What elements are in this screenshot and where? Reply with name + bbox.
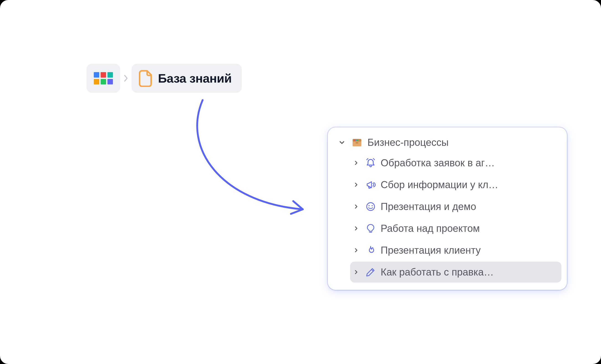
- svg-rect-4: [357, 140, 358, 141]
- tree-item-label: Как работать с правка…: [381, 266, 557, 278]
- tree-item-label: Обработка заявок в аг…: [381, 157, 557, 168]
- apps-button[interactable]: [87, 64, 120, 93]
- bell-ring-icon: [365, 157, 377, 169]
- document-outline-icon: [139, 70, 153, 87]
- tree-item-5[interactable]: Как работать с правка…: [350, 262, 561, 283]
- svg-point-8: [371, 205, 373, 206]
- tree-item-3[interactable]: Работа над проектом: [350, 218, 561, 239]
- apps-grid-icon: [94, 72, 113, 84]
- fire-icon: [365, 244, 377, 256]
- tree-item-4[interactable]: Презентация клиенту: [350, 240, 561, 261]
- cardbox-icon: [351, 137, 363, 148]
- svg-point-7: [369, 205, 370, 206]
- svg-point-6: [367, 203, 375, 211]
- tree-children: Обработка заявок в аг… Сбор информации у…: [333, 152, 561, 283]
- tree-item-1[interactable]: Сбор информации у кл…: [350, 174, 561, 195]
- tree-item-0[interactable]: Обработка заявок в аг…: [350, 152, 561, 173]
- megaphone-icon: [365, 179, 377, 191]
- tree-root-label: Бизнес-процессы: [367, 137, 557, 148]
- tree-root[interactable]: Бизнес-процессы: [333, 134, 561, 152]
- guide-arrow: [169, 96, 319, 223]
- chevron-right-icon: [351, 158, 361, 167]
- tree-item-label: Сбор информации у кл…: [381, 179, 557, 190]
- tree-item-label: Работа над проектом: [381, 223, 557, 234]
- chevron-right-icon: [351, 202, 361, 211]
- chevron-right-icon: [351, 224, 361, 233]
- tree-item-label: Презентация клиенту: [381, 245, 557, 256]
- chevron-right-icon: [351, 180, 361, 189]
- chevron-down-icon: [337, 138, 347, 147]
- svg-rect-5: [356, 142, 358, 143]
- breadcrumb-separator: [122, 74, 130, 82]
- chevron-right-icon: [124, 75, 128, 82]
- lightbulb-icon: [365, 223, 377, 234]
- svg-rect-3: [355, 140, 357, 141]
- breadcrumb-current[interactable]: База знаний: [131, 64, 242, 93]
- chevron-right-icon: [351, 267, 361, 277]
- breadcrumb-title: База знаний: [158, 71, 232, 85]
- svg-rect-2: [354, 140, 355, 141]
- pencil-icon: [365, 266, 377, 278]
- tree-item-label: Презентация и демо: [381, 201, 557, 212]
- tree-item-2[interactable]: Презентация и демо: [350, 196, 561, 217]
- smile-icon: [365, 201, 377, 213]
- breadcrumb: База знаний: [87, 64, 242, 93]
- chevron-right-icon: [351, 246, 361, 255]
- tree-panel: Бизнес-процессы Обработка заявок в аг…: [328, 128, 567, 290]
